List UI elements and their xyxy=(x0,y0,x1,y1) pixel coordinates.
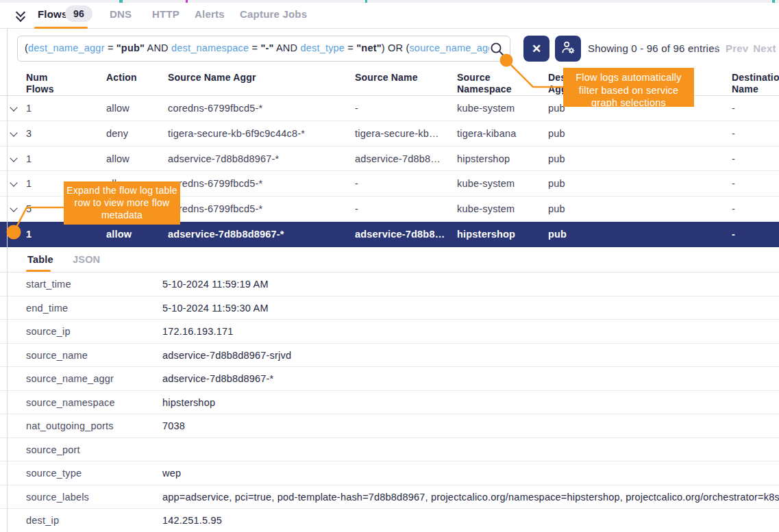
detail-key: start_time xyxy=(26,279,71,290)
expand-row-chevron-icon[interactable] xyxy=(10,154,17,162)
detail-row: nat_outgoing_ports7038 xyxy=(0,414,779,438)
tab-detail-json[interactable]: JSON xyxy=(73,254,100,265)
flow-row[interactable]: 3denytigera-secure-kb-6f9c9c44c8-*tigera… xyxy=(0,121,779,147)
flow-cell: hipstershop xyxy=(457,153,528,164)
flow-cell: pub xyxy=(548,203,614,214)
panel-left-border xyxy=(7,29,8,532)
query-operator: ) OR ( xyxy=(382,42,410,53)
flow-cell: adservice-7d8b8d8967-* xyxy=(168,153,343,164)
detail-row: source_name_aggradservice-7d8b8d8967-* xyxy=(0,367,779,391)
query-value: "net" xyxy=(356,42,382,53)
tab-capture-jobs[interactable]: Capture Jobs xyxy=(240,8,307,20)
tab-dns[interactable]: DNS xyxy=(110,8,132,20)
column-header-destination-name[interactable]: Destination Name xyxy=(732,72,779,95)
column-header-num-flows[interactable]: Num Flows xyxy=(26,72,70,95)
clear-icon: ✕ xyxy=(532,42,541,55)
flow-row[interactable]: 1allowadservice-7d8b8d8967-*adservice-7d… xyxy=(0,147,779,172)
next-button[interactable]: Next xyxy=(753,42,776,54)
detail-row: source_ip172.16.193.171 xyxy=(0,320,779,344)
flow-cell: 3 xyxy=(26,128,70,139)
flow-cell: 1 xyxy=(26,153,70,164)
detail-key: dest_ip xyxy=(26,515,59,526)
flow-cell: - xyxy=(732,103,779,114)
flow-cell: tigera-kibana xyxy=(457,128,528,139)
flow-cell: coredns-6799fbcd5-* xyxy=(168,103,343,114)
flow-cell: pub xyxy=(548,128,614,139)
flow-cell: 1 xyxy=(26,229,70,240)
flow-cell: coredns-6799fbcd5-* xyxy=(168,203,343,214)
search-icon[interactable] xyxy=(489,41,506,60)
query-operator: = xyxy=(249,42,260,53)
annotation-tooltip-expand: Expand the flow log table row to view mo… xyxy=(64,181,180,225)
flow-cell: kube-system xyxy=(457,178,528,189)
pagination-summary: Showing 0 - 96 of 96 entries xyxy=(588,42,719,54)
detail-key: source_namespace xyxy=(26,397,115,408)
flow-cell: kube-system xyxy=(457,203,528,214)
prev-chevron-icon[interactable] xyxy=(714,45,721,52)
flow-cell: coredns-6799fbcd5-* xyxy=(168,178,343,189)
query-field: dest_name_aggr xyxy=(28,42,105,53)
user-gear-icon xyxy=(560,47,576,58)
expand-row-chevron-icon[interactable] xyxy=(10,103,17,111)
flow-cell: tigera-secure-kb… xyxy=(355,128,449,139)
detail-active-tab-underline xyxy=(26,270,51,272)
column-header-source-name-aggr[interactable]: Source Name Aggr xyxy=(168,72,343,84)
query-value: "pub" xyxy=(116,42,145,53)
detail-row: end_time5-10-2024 11:59:30 AM xyxy=(0,296,779,320)
expand-row-chevron-icon[interactable] xyxy=(10,179,17,187)
flow-cell: - xyxy=(732,128,779,139)
detail-key: source_name_aggr xyxy=(26,373,114,384)
query-operator: = xyxy=(345,42,356,53)
flow-row-selected[interactable]: 1allowadservice-7d8b8d8967-*adservice-7d… xyxy=(0,222,779,247)
filter-query-input[interactable]: (dest_name_aggr = "pub" AND dest_namespa… xyxy=(17,36,510,62)
flow-cell: pub xyxy=(548,153,614,164)
query-operator: = xyxy=(105,42,116,53)
column-header-source-name[interactable]: Source Name xyxy=(355,72,449,84)
query-operator: AND xyxy=(274,42,301,53)
flow-cell: adservice-7d8b8… xyxy=(355,153,449,164)
double-chevron-down-icon[interactable] xyxy=(14,8,29,23)
tab-http[interactable]: HTTP xyxy=(152,8,180,20)
flow-cell: deny xyxy=(106,128,161,139)
filter-query-text: (dest_name_aggr = "pub" AND dest_namespa… xyxy=(25,42,489,56)
detail-row: start_time5-10-2024 11:59:19 AM xyxy=(0,273,779,296)
detail-key: source_type xyxy=(26,468,82,479)
detail-row: source_nameadservice-7d8b8d8967-srjvd xyxy=(0,344,779,368)
expand-row-chevron-icon[interactable] xyxy=(10,205,17,212)
user-settings-button[interactable] xyxy=(555,36,581,62)
detail-row: source_namespacehipstershop xyxy=(0,391,779,415)
detail-key: nat_outgoing_ports xyxy=(26,420,114,431)
flow-cell: hipstershop xyxy=(457,229,528,240)
detail-value: hipstershop xyxy=(162,397,215,408)
flow-logs-panel: Flows 96 DNS HTTP Alerts Capture Jobs (d… xyxy=(0,0,779,532)
tab-alerts[interactable]: Alerts xyxy=(195,8,225,20)
tab-flows[interactable]: Flows xyxy=(38,8,68,20)
column-header-action[interactable]: Action xyxy=(106,72,161,84)
query-field: dest_namespace xyxy=(171,42,249,53)
annotation-tooltip-filter: Flow logs automatically filter based on … xyxy=(563,68,694,107)
detail-value: wep xyxy=(162,468,181,479)
column-header-source-namespace[interactable]: Source Namespace xyxy=(457,72,528,95)
expand-row-chevron-icon[interactable] xyxy=(10,129,17,136)
active-tab-underline xyxy=(34,27,88,29)
flow-cell: adservice-7d8b8d8967-* xyxy=(168,229,343,240)
tab-detail-table[interactable]: Table xyxy=(27,254,53,265)
flow-cell: pub xyxy=(548,178,614,189)
flow-cell: - xyxy=(732,178,779,189)
expand-row-chevron-icon[interactable] xyxy=(10,229,17,237)
prev-button[interactable]: Prev xyxy=(726,42,748,54)
flow-cell: allow xyxy=(106,153,161,164)
flow-cell: - xyxy=(355,178,449,189)
flow-cell: kube-system xyxy=(457,103,528,114)
flow-cell: - xyxy=(355,103,449,114)
clear-filter-button[interactable]: ✕ xyxy=(523,36,549,62)
detail-key: end_time xyxy=(26,303,68,314)
detail-key: source_ip xyxy=(26,326,71,337)
flow-cell: - xyxy=(732,229,779,240)
detail-key: source_port xyxy=(26,444,80,455)
flow-cell: adservice-7d8b8… xyxy=(355,229,449,240)
query-value: "-" xyxy=(260,42,273,53)
detail-row: dest_ip142.251.5.95 xyxy=(0,509,779,532)
detail-key: source_labels xyxy=(26,492,89,503)
flow-cell: pub xyxy=(548,229,614,240)
